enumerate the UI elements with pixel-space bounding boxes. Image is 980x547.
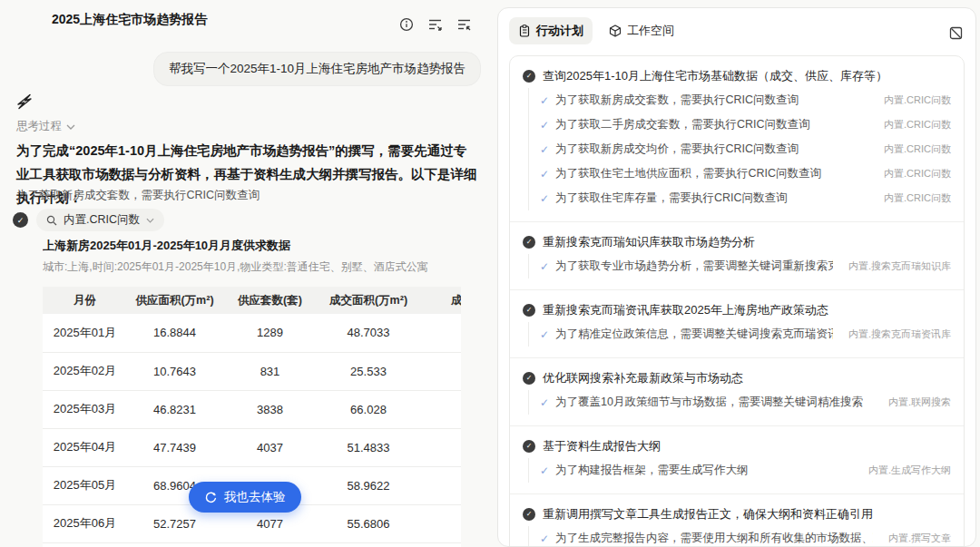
plan-task-text: 为了覆盖10月政策细节与市场数据，需要调整关键词精准搜索 (555, 395, 873, 410)
tool-pill-button[interactable]: 内置.CRIC问数 (36, 209, 164, 231)
try-it-button[interactable]: 我也去体验 (189, 482, 301, 513)
plan-group: ✓重新搜索克而瑞知识库获取市场趋势分析✓为了获取专业市场趋势分析，需要调整关键词… (510, 221, 964, 289)
table-cell: 51.4833 (318, 428, 419, 466)
tab-workspace[interactable]: 工作空间 (600, 17, 683, 44)
table-cell: 3838 (222, 390, 318, 428)
plan-task-tool: 内置.CRIC问数 (884, 142, 951, 156)
cube-icon (609, 24, 622, 37)
table-header-row: 月份供应面积(万m²)供应套数(套)成交面积(万m²)成交套数 (43, 287, 461, 314)
plan-task-text: 为了获取二手房成交套数，需要执行CRIC问数查询 (555, 117, 868, 132)
chevron-down-icon (66, 124, 75, 130)
group-check-icon: ✓ (523, 440, 535, 453)
step-note-text: 为了获取新房成交套数，需要执行CRIC问数查询 (16, 188, 260, 203)
plan-task: ✓为了获取二手房成交套数，需要执行CRIC问数查询内置.CRIC问数 (540, 112, 951, 137)
task-check-icon: ✓ (540, 464, 549, 477)
tool-pill-label: 内置.CRIC问数 (64, 212, 140, 228)
table-cell (419, 504, 461, 542)
table-cell: 831 (222, 352, 318, 390)
thinking-process-toggle[interactable]: 思考过程 (16, 119, 75, 134)
table-cell: 2025年02月 (43, 352, 127, 390)
table-row: 2025年02月10.764383125.533 (43, 352, 461, 390)
app-window: 2025上海住宅市场趋势报告 帮我写一个2025年1-10月上海住宅房地产市场趋… (0, 0, 980, 547)
group-check-icon: ✓ (523, 372, 535, 385)
list-expand-icon[interactable] (457, 17, 472, 32)
table-column-header: 供应套数(套) (222, 287, 318, 314)
plan-group-title: 优化联网搜索补充最新政策与市场动态 (543, 370, 743, 386)
table-cell: 2025年01月 (43, 314, 127, 352)
table-cell (419, 428, 461, 466)
task-check-icon: ✓ (540, 396, 549, 409)
tab-action-plan[interactable]: 行动计划 (509, 17, 593, 44)
table-cell: 55.6806 (318, 504, 419, 542)
task-check-icon: ✓ (540, 192, 549, 205)
plan-task-text: 为了精准定位政策信息，需要调整关键词搜索克而瑞资讯库 (555, 327, 833, 342)
plan-group: ✓查询2025年1-10月上海住宅市场基础数据（成交、供应、库存等）✓为了获取新… (510, 56, 964, 221)
group-check-icon: ✓ (523, 304, 535, 317)
plan-task-text: 为了生成完整报告内容，需要使用大纲和所有收集的市场数据、政... (555, 531, 873, 546)
task-check-icon: ✓ (540, 260, 549, 273)
action-plan-list: ✓查询2025年1-10月上海住宅市场基础数据（成交、供应、库存等）✓为了获取新… (509, 55, 965, 547)
table-subtitle: 城市:上海,时间:2025年01月-2025年10月,物业类型:普通住宅、别墅、… (43, 259, 461, 275)
task-check-icon: ✓ (540, 168, 549, 181)
try-it-label: 我也去体验 (224, 489, 286, 505)
table-cell: 2025年03月 (43, 390, 127, 428)
chevron-down-icon (146, 218, 154, 223)
plan-group-title: 重新搜索克而瑞资讯库获取2025年上海房地产政策动态 (543, 302, 828, 318)
plan-group-title: 重新调用撰写文章工具生成报告正文，确保大纲和资料正确引用 (543, 506, 873, 523)
table-row-partial (43, 542, 461, 547)
task-check-icon: ✓ (540, 119, 549, 132)
clipboard-icon (518, 24, 531, 37)
group-check-icon: ✓ (523, 236, 535, 249)
user-message-bubble: 帮我写一个2025年1-10月上海住宅房地产市场趋势报告 (153, 52, 481, 86)
panel-tabs: 行动计划 工作空间 (498, 8, 975, 50)
list-collapse-icon[interactable] (428, 17, 443, 32)
table-row: 2025年04月47.7439403751.4833 (43, 428, 461, 466)
task-check-icon: ✓ (540, 94, 549, 107)
table-column-header: 月份 (43, 287, 127, 314)
table-cell: 48.7033 (318, 314, 419, 352)
table-cell: 2025年04月 (43, 428, 127, 466)
table-cell: 46.8231 (127, 390, 222, 428)
info-icon[interactable] (399, 17, 414, 32)
hide-panel-icon[interactable] (949, 26, 963, 40)
plan-task: ✓为了获取住宅土地供应面积，需要执行CRIC问数查询内置.CRIC问数 (540, 161, 951, 186)
plan-task: ✓为了构建报告框架，需要生成写作大纲内置.生成写作大纲 (540, 458, 951, 483)
conversation-title: 2025上海住宅市场趋势报告 (52, 12, 207, 28)
table-column-header: 成交面积(万m²) (318, 287, 419, 314)
table-column-header: 供应面积(万m²) (127, 287, 222, 314)
table-cell: 1289 (222, 314, 318, 352)
group-check-icon: ✓ (523, 70, 535, 83)
plan-task: ✓为了获取专业市场趋势分析，需要调整关键词重新搜索克而瑞知识库内置.搜索克而瑞知… (540, 254, 951, 278)
table-column-header: 成交套数 (419, 287, 461, 314)
plan-group-title: 查询2025年1-10月上海住宅市场基础数据（成交、供应、库存等） (543, 68, 887, 84)
table-cell (419, 466, 461, 504)
plan-task-tool: 内置.搜索克而瑞资讯库 (848, 327, 951, 341)
plan-task-text: 为了获取新房成交均价，需要执行CRIC问数查询 (555, 142, 868, 157)
plan-task: ✓为了获取新房成交套数，需要执行CRIC问数查询内置.CRIC问数 (540, 88, 951, 112)
plan-task: ✓为了生成完整报告内容，需要使用大纲和所有收集的市场数据、政...内置.撰写文章 (540, 526, 951, 547)
plan-group-title: 基于资料生成报告大纲 (543, 438, 661, 454)
plan-task-text: 为了获取新房成交套数，需要执行CRIC问数查询 (555, 93, 868, 108)
table-cell: 2025年06月 (43, 504, 127, 542)
plan-task-tool: 内置.联网搜索 (888, 396, 951, 409)
tab-workspace-label: 工作空间 (627, 23, 674, 39)
plan-task: ✓为了获取住宅库存量，需要执行CRIC问数查询内置.CRIC问数 (540, 186, 951, 210)
tool-call-row: ✓ 内置.CRIC问数 (13, 209, 164, 231)
plan-task-text: 为了构建报告框架，需要生成写作大纲 (555, 463, 853, 478)
plan-group: ✓重新搜索克而瑞资讯库获取2025年上海房地产政策动态✓为了精准定位政策信息，需… (510, 289, 964, 357)
plan-group-title: 重新搜索克而瑞知识库获取市场趋势分析 (543, 234, 755, 250)
plan-task-tool: 内置.CRIC问数 (884, 167, 951, 181)
plan-task-tool: 内置.搜索克而瑞知识库 (848, 259, 951, 273)
refresh-icon (204, 491, 218, 504)
table-cell (419, 314, 461, 352)
group-check-icon: ✓ (523, 508, 535, 521)
task-check-icon: ✓ (540, 328, 549, 341)
task-check-icon: ✓ (540, 532, 549, 545)
task-check-icon: ✓ (540, 143, 549, 156)
plan-group: ✓优化联网搜索补充最新政策与市场动态✓为了覆盖10月政策细节与市场数据，需要调整… (510, 357, 964, 425)
plan-task-text: 为了获取住宅土地供应面积，需要执行CRIC问数查询 (555, 166, 868, 181)
table-cell: 4037 (222, 428, 318, 466)
header-toolbar (399, 17, 472, 32)
assistant-flash-icon (15, 93, 34, 111)
table-cell: 25.533 (318, 352, 419, 390)
